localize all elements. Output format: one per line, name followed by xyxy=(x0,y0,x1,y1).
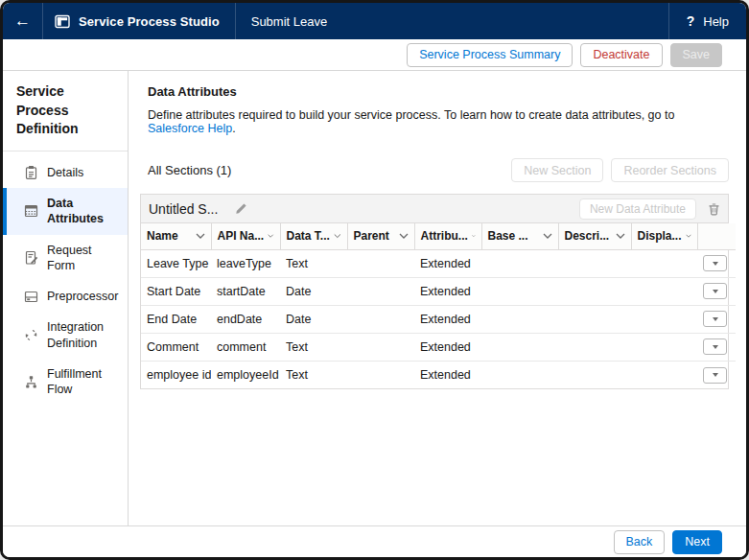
cell-data-type: Text xyxy=(280,361,347,388)
table-row: End Date endDate Date Extended xyxy=(141,305,736,333)
row-actions-menu-button[interactable] xyxy=(703,311,727,327)
app-window: ← Service Process Studio Submit Leave ? … xyxy=(0,0,749,560)
cell-description xyxy=(558,305,631,333)
cell-parent xyxy=(347,305,414,333)
cell-name: employee id xyxy=(141,361,211,388)
sidebar-title: Service Process Definition xyxy=(3,71,128,151)
main-panel: Data Attributes Define attributes requir… xyxy=(129,71,746,525)
help-label: Help xyxy=(703,14,729,29)
column-header-parent[interactable]: Parent xyxy=(347,223,414,249)
sidebar-item-request-form[interactable]: Request Form xyxy=(3,235,128,282)
cell-attribute: Extended xyxy=(414,361,481,388)
cell-actions xyxy=(697,333,736,361)
row-actions-menu-button[interactable] xyxy=(703,255,727,271)
page-title: Data Attributes xyxy=(140,84,729,99)
sidebar-item-fulfillment-flow[interactable]: Fulfillment Flow xyxy=(3,359,128,406)
sidebar-item-integration-definition[interactable]: Integration Definition xyxy=(3,312,128,359)
cell-name: Comment xyxy=(141,333,211,361)
sidebar-item-label: Fulfillment Flow xyxy=(47,366,122,398)
sidebar-item-data-attributes[interactable]: Data Attributes xyxy=(3,188,128,235)
sidebar-item-label: Data Attributes xyxy=(47,196,122,227)
edit-pencil-icon[interactable] xyxy=(235,202,247,215)
cell-attribute: Extended xyxy=(414,333,481,361)
row-actions-menu-button[interactable] xyxy=(703,367,727,384)
all-sections-label: All Sections (1) xyxy=(148,163,231,177)
sidebar-item-label: Details xyxy=(47,165,83,180)
column-header-description[interactable]: Descri... xyxy=(558,223,631,249)
caret-down-icon xyxy=(713,317,718,321)
top-navbar: ← Service Process Studio Submit Leave ? … xyxy=(3,3,746,39)
cell-data-type: Text xyxy=(280,249,347,277)
wizard-footer: Back Next xyxy=(3,525,746,557)
cell-name: End Date xyxy=(141,305,211,333)
sidebar-item-label: Request Form xyxy=(47,243,122,274)
cell-api-name: employeeId xyxy=(211,361,280,388)
sidebar: Service Process Definition Details xyxy=(3,71,129,525)
cell-data-type: Date xyxy=(280,277,347,305)
deactivate-button[interactable]: Deactivate xyxy=(580,43,662,67)
chevron-down-icon xyxy=(268,233,273,239)
caret-down-icon xyxy=(713,290,718,293)
column-header-name[interactable]: Name xyxy=(141,223,211,249)
app-title: Service Process Studio xyxy=(79,14,220,29)
table-row: employee id employeeId Text Extended xyxy=(141,361,736,388)
new-section-button[interactable]: New Section xyxy=(511,158,603,182)
sidebar-item-label: Integration Definition xyxy=(47,319,122,351)
cell-base xyxy=(481,305,558,333)
trash-icon[interactable] xyxy=(708,202,720,216)
sections-actions: New Section Reorder Sections xyxy=(511,158,729,182)
reorder-sections-button[interactable]: Reorder Sections xyxy=(611,158,729,182)
service-process-summary-button[interactable]: Service Process Summary xyxy=(407,43,573,67)
sidebar-item-preprocessor[interactable]: Preprocessor xyxy=(3,281,128,312)
cell-base xyxy=(481,277,558,305)
cell-description xyxy=(558,361,631,388)
back-arrow-icon: ← xyxy=(14,12,31,31)
cell-parent xyxy=(347,249,414,277)
column-header-attribute[interactable]: Attribu... xyxy=(414,223,481,249)
chevron-down-icon xyxy=(616,233,625,239)
row-actions-menu-button[interactable] xyxy=(703,338,727,355)
back-button[interactable]: ← xyxy=(3,3,43,39)
page-description: Define attributes required to build your… xyxy=(140,108,729,135)
cell-description xyxy=(558,333,631,361)
column-header-api-name[interactable]: API Na... xyxy=(211,223,280,249)
cell-api-name: comment xyxy=(211,333,280,361)
description-suffix: . xyxy=(232,122,235,135)
cell-actions xyxy=(697,361,736,388)
app-brand: Service Process Studio xyxy=(43,3,236,39)
chevron-down-icon xyxy=(686,233,691,239)
column-header-base[interactable]: Base ... xyxy=(481,223,558,249)
back-step-button[interactable]: Back xyxy=(614,530,666,554)
sidebar-item-details[interactable]: Details xyxy=(3,157,128,188)
caret-down-icon xyxy=(713,373,718,377)
app-window-icon xyxy=(55,14,70,29)
sections-header-row: All Sections (1) New Section Reorder Sec… xyxy=(140,158,729,182)
cell-attribute: Extended xyxy=(414,305,481,333)
cell-actions xyxy=(697,305,736,333)
caret-down-icon xyxy=(713,345,718,349)
help-icon: ? xyxy=(687,13,695,29)
salesforce-help-link[interactable]: Salesforce Help xyxy=(148,122,232,135)
section-actions: New Data Attribute xyxy=(579,198,720,220)
body-row: Service Process Definition Details xyxy=(3,71,746,525)
cell-attribute: Extended xyxy=(414,277,481,305)
row-actions-menu-button[interactable] xyxy=(703,283,727,299)
sidebar-item-label: Preprocessor xyxy=(47,289,118,304)
chevron-down-icon xyxy=(334,233,341,239)
cell-api-name: leaveType xyxy=(211,249,280,277)
record-tab-submit-leave[interactable]: Submit Leave xyxy=(236,3,343,39)
cell-actions xyxy=(697,277,736,305)
new-data-attribute-button[interactable]: New Data Attribute xyxy=(579,198,696,220)
column-header-display[interactable]: Displa... xyxy=(631,223,697,249)
form-icon xyxy=(24,250,38,266)
caret-down-icon xyxy=(713,262,718,266)
sidebar-nav: Details Data Attributes xyxy=(3,152,128,406)
column-header-data-type[interactable]: Data T... xyxy=(280,223,347,249)
section-header: Untitled S... New Data Attribute xyxy=(141,195,728,223)
save-button[interactable]: Save xyxy=(670,43,723,67)
chevron-down-icon xyxy=(196,233,205,239)
section-card: Untitled S... New Data Attribute xyxy=(140,194,729,389)
next-step-button[interactable]: Next xyxy=(672,530,722,554)
help-menu[interactable]: ? Help xyxy=(668,3,746,39)
table-icon xyxy=(24,204,38,218)
